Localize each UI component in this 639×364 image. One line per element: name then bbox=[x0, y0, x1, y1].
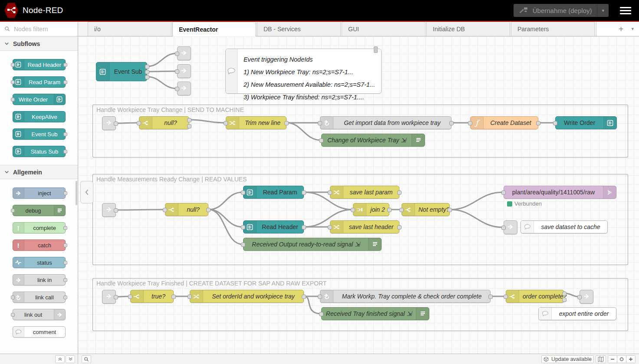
port-in[interactable] bbox=[175, 87, 179, 91]
port-out[interactable] bbox=[284, 121, 289, 125]
port-in[interactable] bbox=[175, 52, 179, 56]
node-switch-true[interactable]: true? bbox=[130, 290, 174, 303]
port-in[interactable] bbox=[328, 190, 332, 195]
palette-node-event-sub[interactable]: Event Sub bbox=[13, 128, 66, 140]
node-mqtt-out[interactable]: plant/area/quality/1411005/raw bbox=[504, 186, 616, 199]
canvas-search-button[interactable] bbox=[82, 355, 91, 363]
main-menu-button[interactable] bbox=[620, 7, 631, 14]
node-debug-change-of-tray[interactable]: Change of Workpiece Tray ⇲ bbox=[321, 134, 425, 147]
port-in[interactable] bbox=[175, 69, 179, 74]
port-in[interactable] bbox=[11, 209, 15, 213]
comment-node-event-triggering[interactable]: Event triggering NodeIds 1) New Workpiec… bbox=[225, 49, 382, 94]
palette-node-keepalive[interactable]: KeepAlive bbox=[13, 111, 66, 122]
port-in[interactable] bbox=[319, 312, 323, 316]
port-out[interactable] bbox=[488, 295, 493, 299]
zoom-out-button[interactable] bbox=[608, 355, 617, 363]
deploy-options-caret[interactable]: ▾ bbox=[597, 4, 609, 17]
node-change-set-orderid[interactable]: Set orderId and workpiece tray bbox=[190, 290, 304, 303]
port-out[interactable] bbox=[187, 118, 191, 122]
tab-db-services[interactable]: DB - Services bbox=[257, 22, 341, 36]
palette-node-read-header[interactable]: Read Header bbox=[13, 59, 66, 70]
port-out[interactable] bbox=[63, 150, 67, 154]
tab-parameters[interactable]: Parameters bbox=[511, 22, 595, 36]
port-out[interactable] bbox=[206, 208, 211, 212]
palette-search[interactable] bbox=[0, 22, 78, 36]
port-out[interactable] bbox=[562, 292, 567, 296]
port-in[interactable] bbox=[128, 295, 132, 299]
node-link-out[interactable] bbox=[504, 220, 517, 234]
port-out[interactable] bbox=[114, 208, 118, 213]
port-out[interactable] bbox=[187, 124, 191, 128]
port-out[interactable] bbox=[536, 121, 540, 125]
node-switch-not-empty[interactable]: Not empty? bbox=[402, 203, 450, 216]
tab-io[interactable]: i/o bbox=[88, 22, 171, 36]
port-out[interactable] bbox=[63, 243, 67, 247]
add-flow-button[interactable]: + bbox=[619, 25, 624, 33]
update-available-button[interactable]: Update available bbox=[541, 355, 594, 363]
port-in[interactable] bbox=[501, 226, 506, 230]
port-in[interactable] bbox=[241, 243, 245, 247]
port-out[interactable] bbox=[171, 295, 176, 299]
port-out[interactable] bbox=[449, 121, 454, 125]
port-in[interactable] bbox=[318, 295, 322, 299]
palette-node-link-out[interactable]: link out bbox=[13, 309, 66, 320]
port-out[interactable] bbox=[562, 298, 567, 302]
zoom-in-button[interactable] bbox=[626, 355, 636, 363]
palette-node-write-order[interactable]: Write Order bbox=[13, 94, 66, 105]
node-change-trim[interactable]: Trim new line bbox=[226, 116, 287, 129]
port-out[interactable] bbox=[302, 190, 306, 195]
port-in[interactable] bbox=[501, 190, 506, 195]
palette-node-link-call[interactable]: link call bbox=[13, 292, 66, 303]
port-in[interactable] bbox=[351, 208, 355, 212]
node-subflow-read-param[interactable]: Read Param bbox=[243, 186, 304, 199]
node-debug-received-tray[interactable]: Received Tray finished signal ⇲ bbox=[321, 307, 429, 320]
node-change-save-last-param[interactable]: save last param bbox=[330, 186, 399, 199]
node-event-sub[interactable]: Event Sub bbox=[96, 62, 147, 81]
flow-group-tray-finished[interactable]: Handle Workpiece Tray Finished | CREATE … bbox=[92, 278, 628, 331]
port-in[interactable] bbox=[11, 80, 15, 84]
palette-node-complete[interactable]: ! complete bbox=[13, 222, 66, 233]
port-out[interactable] bbox=[145, 70, 149, 74]
port-in[interactable] bbox=[553, 121, 557, 125]
port-in[interactable] bbox=[399, 208, 404, 212]
zoom-reset-button[interactable] bbox=[617, 355, 626, 363]
node-change-save-last-header[interactable]: save last header bbox=[330, 220, 399, 233]
port-in[interactable] bbox=[577, 295, 582, 299]
node-link-out[interactable] bbox=[177, 82, 191, 95]
node-join-2[interactable]: join 2 bbox=[353, 203, 389, 216]
tab-gui[interactable]: GUI bbox=[342, 22, 425, 36]
palette-collapse-button[interactable] bbox=[80, 181, 93, 203]
port-out[interactable] bbox=[63, 191, 67, 195]
port-out[interactable] bbox=[302, 295, 306, 299]
port-out[interactable] bbox=[302, 225, 306, 230]
comment-node-export-order[interactable]: export entire order bbox=[538, 307, 616, 320]
deploy-button[interactable]: Übernahme (deploy) ▾ bbox=[514, 4, 609, 17]
flow-canvas[interactable]: Event Sub Event bbox=[78, 36, 639, 354]
port-out[interactable] bbox=[145, 75, 149, 79]
port-out[interactable] bbox=[397, 190, 402, 195]
port-out[interactable] bbox=[63, 80, 67, 84]
palette-node-status-sub[interactable]: Status Sub bbox=[13, 146, 66, 157]
port-out[interactable] bbox=[63, 226, 67, 230]
port-in[interactable] bbox=[224, 121, 228, 125]
port-out[interactable] bbox=[397, 225, 402, 230]
port-out[interactable] bbox=[114, 121, 118, 126]
node-debug-received-output[interactable]: Received Output ready-to-read signal ⇲ bbox=[243, 238, 382, 251]
node-link-out[interactable] bbox=[580, 290, 593, 304]
flow-group-send-to-machine[interactable]: Handle Workpiece Tray Change | SEND TO M… bbox=[92, 105, 628, 157]
palette-category-subflows[interactable]: Subflows bbox=[0, 36, 78, 51]
port-out[interactable] bbox=[63, 132, 67, 136]
node-function-create-dataset[interactable]: ƒ Create Dataset bbox=[470, 116, 538, 129]
port-out[interactable] bbox=[63, 63, 67, 67]
palette-collapse-all-button[interactable] bbox=[55, 355, 65, 363]
port-out[interactable] bbox=[63, 261, 67, 265]
port-in[interactable] bbox=[163, 208, 167, 212]
node-link-out[interactable] bbox=[177, 46, 191, 60]
tab-initialize-db[interactable]: Initialize DB bbox=[426, 22, 510, 36]
port-in[interactable] bbox=[504, 295, 508, 299]
port-in[interactable] bbox=[11, 295, 15, 299]
palette-node-link-in[interactable]: link in bbox=[13, 274, 66, 285]
node-switch-null[interactable]: null? bbox=[165, 203, 208, 216]
node-switch-order-complete[interactable]: order complete? bbox=[506, 290, 564, 303]
node-link-in[interactable] bbox=[102, 290, 116, 304]
